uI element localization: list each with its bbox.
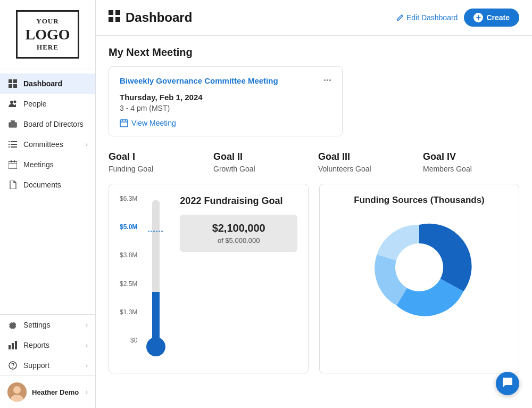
svg-rect-2	[9, 84, 12, 88]
sidebar-item-settings-label: Settings	[23, 321, 86, 329]
y-label-2: $1.3M	[120, 308, 137, 316]
meeting-time: 3 - 4 pm (MST)	[120, 104, 331, 112]
page-title-area: Dashboard	[109, 10, 192, 25]
sidebar-item-settings[interactable]: Settings ›	[0, 315, 95, 335]
dashboard-content: My Next Meeting Biweekly Governance Comm…	[96, 36, 532, 384]
goal-1-subtitle: Funding Goal	[109, 165, 205, 173]
svg-rect-0	[9, 79, 12, 83]
avatar	[7, 382, 27, 402]
fundraising-amount-box: $2,100,000 of $5,000,000	[180, 215, 297, 252]
view-meeting-label: View Meeting	[131, 119, 176, 127]
goal-2-subtitle: Growth Goal	[213, 165, 310, 173]
meeting-card-header: Biweekly Governance Committee Meeting ··…	[120, 75, 331, 86]
sidebar-item-committees[interactable]: Committees ›	[0, 134, 95, 154]
svg-rect-9	[11, 141, 17, 142]
svg-point-40	[146, 337, 165, 356]
chevron-right-reports-icon: ›	[86, 342, 88, 348]
sidebar-item-meetings[interactable]: Meetings	[0, 154, 95, 175]
header-actions: Edit Dashboard + Create	[396, 9, 519, 27]
main-nav: Dashboard People Board of Directors Comm…	[0, 69, 95, 314]
svg-rect-38	[152, 292, 160, 338]
svg-rect-10	[9, 144, 10, 145]
briefcase-icon	[7, 119, 18, 129]
meeting-card: Biweekly Governance Committee Meeting ··…	[109, 66, 343, 136]
svg-rect-16	[14, 160, 15, 162]
svg-point-21	[12, 367, 13, 368]
svg-rect-3	[13, 84, 17, 88]
goal-2: Goal II Growth Goal	[213, 151, 310, 173]
logo-line2: LOGO	[25, 26, 70, 44]
sidebar-item-dashboard-label: Dashboard	[23, 79, 88, 88]
svg-rect-19	[15, 341, 17, 349]
chevron-right-icon: ›	[86, 141, 88, 148]
donut-hole	[395, 243, 443, 291]
sidebar-item-people-label: People	[23, 100, 88, 108]
sidebar-item-documents[interactable]: Documents	[0, 175, 95, 195]
meeting-options-button[interactable]: ···	[323, 75, 331, 86]
svg-rect-28	[115, 17, 120, 22]
grid-icon	[7, 78, 18, 89]
sidebar-item-support[interactable]: Support ›	[0, 355, 95, 376]
svg-rect-18	[12, 343, 14, 349]
svg-rect-12	[9, 146, 10, 148]
sidebar-item-committees-label: Committees	[23, 140, 86, 149]
donut-svg	[366, 214, 472, 321]
svg-rect-27	[109, 17, 113, 22]
doc-icon	[7, 179, 18, 190]
goal-4-title: Goal IV	[423, 151, 519, 162]
plus-icon: +	[473, 13, 483, 22]
people-icon	[7, 99, 18, 109]
page-title: Dashboard	[126, 10, 192, 25]
sidebar-item-board[interactable]: Board of Directors	[0, 114, 95, 134]
svg-rect-1	[13, 79, 17, 83]
user-profile[interactable]: Heather Demo ›	[0, 376, 95, 408]
logo-area: YOUR LOGO HERE	[0, 0, 95, 69]
y-label-5: $5.0M	[120, 223, 137, 231]
chat-button[interactable]	[496, 372, 519, 395]
sidebar-item-people[interactable]: People	[0, 94, 95, 114]
gear-icon	[7, 320, 18, 330]
svg-rect-14	[9, 161, 17, 169]
svg-point-5	[14, 101, 16, 103]
donut-chart	[330, 214, 508, 321]
svg-point-23	[13, 386, 21, 394]
view-meeting-button[interactable]: View Meeting	[120, 119, 176, 127]
sidebar: YOUR LOGO HERE Dashboard People Board of…	[0, 0, 96, 408]
user-name: Heather Demo	[32, 388, 86, 396]
help-icon	[7, 360, 18, 371]
goal-4-subtitle: Members Goal	[423, 165, 519, 173]
goal-4: Goal IV Members Goal	[423, 151, 519, 173]
svg-rect-17	[9, 345, 11, 349]
chevron-right-settings-icon: ›	[86, 322, 88, 328]
goal-1-title: Goal I	[109, 151, 205, 162]
sidebar-item-reports-label: Reports	[23, 341, 86, 349]
svg-rect-8	[9, 141, 10, 142]
thermo-info: 2022 Fundraising Goal $2,100,000 of $5,0…	[180, 195, 297, 252]
next-meeting-section: My Next Meeting Biweekly Governance Comm…	[109, 46, 519, 136]
chat-icon	[502, 377, 513, 391]
goals-grid: Goal I Funding Goal Goal II Growth Goal …	[109, 151, 519, 173]
sidebar-item-reports[interactable]: Reports ›	[0, 335, 95, 355]
y-label-1: $0	[120, 337, 137, 344]
dashboard-icon	[109, 10, 120, 25]
create-button[interactable]: + Create	[464, 9, 519, 27]
logo: YOUR LOGO HERE	[16, 10, 79, 59]
charts-grid: $6.3M $5.0M $3.8M $2.5M $1.3M $0	[109, 184, 519, 373]
sidebar-item-dashboard[interactable]: Dashboard	[0, 74, 95, 94]
edit-dashboard-label: Edit Dashboard	[406, 13, 458, 22]
main-content: Dashboard Edit Dashboard + Create My Nex…	[96, 0, 532, 408]
logo-line3: HERE	[25, 43, 70, 52]
y-label-6: $6.3M	[120, 195, 137, 202]
sidebar-item-board-label: Board of Directors	[23, 120, 88, 128]
y-label-3: $2.5M	[120, 280, 137, 288]
svg-rect-26	[115, 10, 120, 15]
fundraising-of-total: of $5,000,000	[189, 236, 288, 244]
fundraising-chart-card: $6.3M $5.0M $3.8M $2.5M $1.3M $0	[109, 184, 309, 373]
edit-dashboard-button[interactable]: Edit Dashboard	[396, 13, 458, 22]
sidebar-item-support-label: Support	[23, 361, 86, 370]
goals-section: Goal I Funding Goal Goal II Growth Goal …	[109, 151, 519, 173]
thermo-container: $6.3M $5.0M $3.8M $2.5M $1.3M $0	[120, 195, 297, 362]
thermo-yaxis: $6.3M $5.0M $3.8M $2.5M $1.3M $0	[120, 195, 140, 344]
y-label-4: $3.8M	[120, 251, 137, 259]
sidebar-item-documents-label: Documents	[23, 181, 88, 189]
